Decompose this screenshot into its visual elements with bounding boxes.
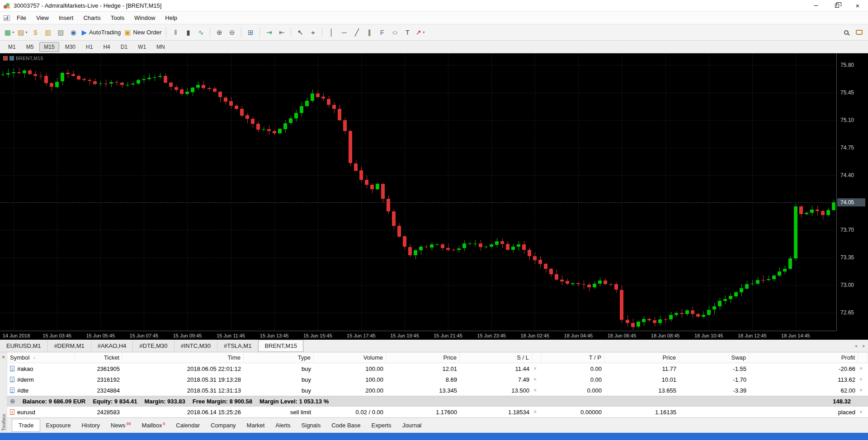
chart-tab-dtem30[interactable]: #DTE,M30: [133, 340, 174, 352]
close-position-button[interactable]: ×: [858, 376, 868, 383]
vertical-line-button[interactable]: │: [325, 26, 338, 39]
column-header-price[interactable]: Price: [386, 352, 460, 363]
text-button[interactable]: T: [401, 26, 414, 39]
autotrading-button[interactable]: ▶AutoTrading: [80, 26, 123, 39]
trade-row-dte[interactable]: #dte23248842018.05.31 12:31:13buy200.001…: [7, 385, 868, 396]
toolbox-tab-trade[interactable]: Trade: [12, 419, 40, 432]
trade-row-akao[interactable]: #akao23619052018.06.05 22:01:12buy100.00…: [7, 363, 868, 374]
menu-insert[interactable]: Insert: [54, 12, 79, 24]
fibonacci-button[interactable]: F: [376, 26, 388, 39]
new-chart-button[interactable]: ▦▾: [3, 26, 16, 39]
toolbox-tab-alerts[interactable]: Alerts: [270, 419, 296, 432]
column-header-ticket[interactable]: Ticket: [75, 352, 123, 363]
trade-row-derm[interactable]: #derm23161922018.05.31 19:13:28buy100.00…: [7, 374, 868, 385]
tile-windows-button[interactable]: ⊞: [244, 26, 257, 39]
menu-tools[interactable]: Tools: [106, 12, 129, 24]
time-axis[interactable]: 14 Jun 201815 Jun 03:4515 Jun 05:4515 Ju…: [0, 331, 836, 340]
timeframe-m1[interactable]: M1: [4, 42, 20, 52]
sl-remove-button[interactable]: ×: [532, 376, 541, 383]
menu-window[interactable]: Window: [129, 12, 160, 24]
navigator-button[interactable]: ▧: [54, 26, 67, 39]
toolbox-tab-experts[interactable]: Experts: [366, 419, 397, 432]
minimize-button[interactable]: [806, 0, 826, 12]
chart-tab-akaoh4[interactable]: #AKAO,H4: [91, 340, 133, 352]
timeframe-h1[interactable]: H1: [81, 42, 97, 52]
menu-file[interactable]: File: [12, 12, 31, 24]
toolbox-close-button[interactable]: ×: [2, 354, 5, 360]
close-position-button[interactable]: ×: [858, 387, 868, 393]
column-header-price2[interactable]: Price: [604, 352, 679, 363]
bars-button[interactable]: ‖: [169, 26, 182, 39]
ellipse-button[interactable]: ○: [388, 26, 401, 39]
new-order-button[interactable]: ▣New Order: [123, 26, 163, 39]
toolbox-tab-news[interactable]: News99: [105, 418, 137, 432]
trendline-button[interactable]: ╱: [350, 26, 363, 39]
timeframe-m30[interactable]: M30: [61, 42, 80, 52]
toolbox-tab-code-base[interactable]: Code Base: [326, 419, 366, 432]
timeframe-d1[interactable]: D1: [116, 42, 132, 52]
column-header-tp[interactable]: T / P: [541, 352, 604, 363]
column-header-sl[interactable]: S / L: [460, 352, 532, 363]
auto-scroll-button[interactable]: ⇥: [263, 26, 275, 39]
channel-button[interactable]: ∥: [363, 26, 376, 39]
search-button[interactable]: [840, 26, 853, 39]
timeframe-mn[interactable]: MN: [152, 42, 170, 52]
timeframe-h4[interactable]: H4: [99, 42, 114, 52]
chart-tab-tslam1[interactable]: #TSLA,M1: [217, 340, 258, 352]
cursor-button[interactable]: ↖: [294, 26, 307, 39]
data-window-button[interactable]: ▥: [42, 26, 54, 39]
toolbox-tab-journal[interactable]: Journal: [397, 419, 427, 432]
column-header-volume[interactable]: Volume: [314, 352, 386, 363]
chat-button[interactable]: [853, 26, 865, 39]
toolbox-tab-company[interactable]: Company: [205, 419, 241, 432]
chart-tab-brentm15[interactable]: BRENT,M15: [258, 340, 304, 352]
market-watch-button[interactable]: $: [29, 26, 42, 39]
column-header-symbol[interactable]: Symbol▵: [7, 352, 75, 363]
trade-row-eurusd[interactable]: eurusd24285832018.06.14 15:25:26sell lim…: [7, 407, 868, 417]
tabs-scroll-right-icon[interactable]: ▸: [860, 340, 868, 352]
app-icon: [3, 2, 10, 9]
column-header-profit[interactable]: Profit: [749, 352, 858, 363]
toolbox-button[interactable]: ◉: [67, 26, 80, 39]
menu-view[interactable]: View: [31, 12, 54, 24]
menu-charts[interactable]: Charts: [78, 12, 105, 24]
price-axis[interactable]: 75.8075.4575.1074.7574.4074.0573.7073.35…: [836, 53, 868, 331]
chart-tab-eurusdm1[interactable]: EURUSD,M1: [0, 340, 48, 352]
toolbox-tab-market[interactable]: Market: [241, 419, 270, 432]
profiles-button[interactable]: ▤▾: [16, 26, 29, 39]
arrows-button[interactable]: ↗▾: [414, 26, 426, 39]
zoom-in-button[interactable]: ⊕: [213, 26, 226, 39]
timeframe-m15[interactable]: M15: [39, 42, 59, 52]
cell-time: 2018.05.31 19:13:28: [123, 376, 244, 383]
column-header-time[interactable]: Time: [123, 352, 244, 363]
close-button[interactable]: ×: [847, 0, 868, 12]
chart-tab-intcm30[interactable]: #INTC,M30: [175, 340, 217, 352]
close-position-button[interactable]: ×: [858, 365, 868, 372]
tabs-scroll-left-icon[interactable]: ◂: [852, 340, 860, 352]
sl-remove-button[interactable]: ×: [532, 409, 541, 415]
horizontal-line-button[interactable]: ─: [338, 26, 350, 39]
toolbox-tab-mailbox[interactable]: Mailbox6: [136, 418, 170, 432]
balance-row[interactable]: ⊕Balance: 9 686.09 EUREquity: 9 834.41Ma…: [7, 396, 868, 407]
timeframe-w1[interactable]: W1: [133, 42, 151, 52]
toolbox-tab-calendar[interactable]: Calendar: [170, 419, 205, 432]
sl-remove-button[interactable]: ×: [532, 365, 541, 372]
candles-button[interactable]: ▮: [182, 26, 194, 39]
restore-button[interactable]: [826, 0, 847, 12]
line-chart-button[interactable]: ∿: [194, 26, 207, 39]
zoom-out-button[interactable]: ⊖: [226, 26, 238, 39]
toolbox-tab-signals[interactable]: Signals: [296, 419, 326, 432]
column-header-swap[interactable]: Swap: [679, 352, 749, 363]
chart-shift-button[interactable]: ⇤: [275, 26, 288, 39]
expand-icon[interactable]: ⊕: [10, 398, 15, 405]
column-header-type[interactable]: Type: [244, 352, 314, 363]
close-position-button[interactable]: ×: [858, 409, 868, 415]
toolbox-tab-exposure[interactable]: Exposure: [40, 419, 76, 432]
menu-help[interactable]: Help: [160, 12, 182, 24]
timeframe-m5[interactable]: M5: [22, 42, 38, 52]
toolbox-tab-history[interactable]: History: [76, 419, 105, 432]
crosshair-button[interactable]: +: [307, 26, 319, 39]
chart-tab-dermm1[interactable]: #DERM,M1: [48, 340, 91, 352]
sl-remove-button[interactable]: ×: [532, 387, 541, 393]
candlestick-chart-canvas[interactable]: [0, 53, 836, 331]
